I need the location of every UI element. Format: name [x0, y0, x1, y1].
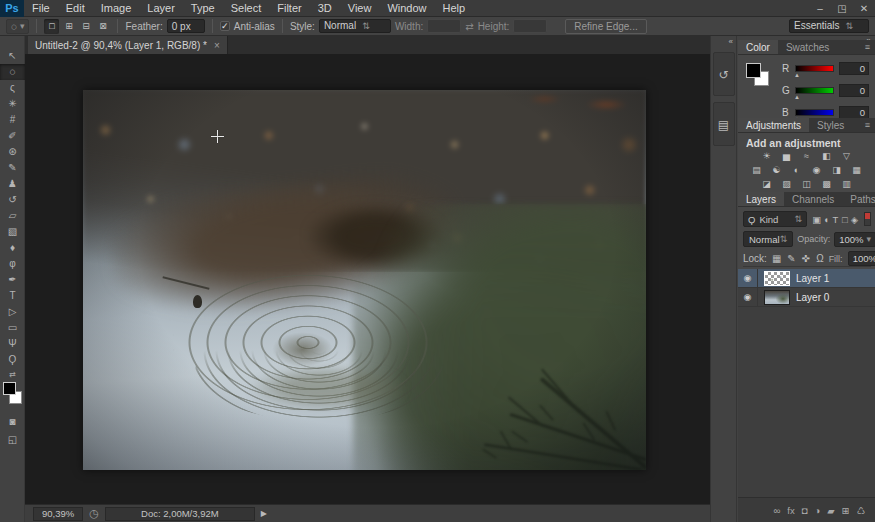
hue-saturation-icon[interactable]: ▤ [748, 164, 765, 177]
crop-tool-icon[interactable]: # [0, 112, 25, 128]
history-panel-button[interactable]: ↺ [713, 52, 735, 96]
filter-shape-layers-icon[interactable]: □ [840, 214, 849, 225]
style-select[interactable]: Normal ⇅ [319, 19, 391, 33]
vibrance-icon[interactable]: ▽ [838, 150, 855, 163]
tab-styles[interactable]: Styles [809, 118, 852, 132]
subtract-from-selection-button[interactable]: ⊟ [78, 19, 93, 34]
slider-marker-icon[interactable]: ▲ [794, 94, 800, 100]
menu-item[interactable]: Image [93, 0, 140, 17]
filter-adjustment-layers-icon[interactable]: ◖ [821, 214, 830, 225]
delete-layer-button[interactable]: ♺ [856, 505, 865, 516]
exposure-icon[interactable]: ◧ [818, 150, 835, 163]
expand-panels-icon[interactable]: « [729, 37, 733, 46]
path-selection-tool-icon[interactable]: ▷ [0, 304, 25, 320]
layer-name[interactable]: Layer 1 [796, 273, 829, 284]
pen-tool-icon[interactable]: ✒ [0, 272, 25, 288]
menu-item[interactable]: 3D [310, 0, 340, 17]
tab-swatches[interactable]: Swatches [778, 40, 837, 54]
brush-tool-icon[interactable]: ✎ [0, 160, 25, 176]
canvas-area[interactable] [25, 54, 710, 504]
menu-item[interactable]: File [24, 0, 58, 17]
blue-slider[interactable]: ▲ [795, 109, 834, 116]
clone-stamp-tool-icon[interactable]: ♟ [0, 176, 25, 192]
filter-on-off-toggle[interactable] [864, 212, 871, 226]
posterize-icon[interactable]: ▨ [778, 178, 795, 191]
restore-button[interactable]: ◳ [831, 0, 853, 17]
slider-marker-icon[interactable]: ▲ [794, 72, 800, 78]
gradient-map-icon[interactable]: ▩ [818, 178, 835, 191]
threshold-icon[interactable]: ◫ [798, 178, 815, 191]
layer-row-layer-1[interactable]: ◉ Layer 1 [738, 269, 875, 288]
lock-transparency-icon[interactable]: ▦ [772, 253, 781, 264]
lock-all-icon[interactable]: Ω [816, 253, 823, 264]
anti-alias-checkbox[interactable]: ✓ [220, 21, 230, 31]
levels-icon[interactable]: ▅ [778, 150, 795, 163]
lock-pixels-icon[interactable]: ✎ [787, 253, 795, 264]
foreground-color-swatch[interactable] [746, 63, 761, 78]
layer-thumbnail[interactable] [764, 290, 790, 305]
eraser-tool-icon[interactable]: ▱ [0, 208, 25, 224]
swap-colors-icon[interactable]: ⇄ [0, 370, 25, 379]
intersect-selection-button[interactable]: ⊠ [95, 19, 110, 34]
menu-item[interactable]: View [340, 0, 380, 17]
black-white-icon[interactable]: ◐ [788, 164, 805, 177]
selective-color-icon[interactable]: ▥ [838, 178, 855, 191]
tab-adjustments[interactable]: Adjustments [738, 118, 809, 132]
healing-brush-tool-icon[interactable]: ⊛ [0, 144, 25, 160]
link-layers-button[interactable]: ∞ [774, 505, 781, 516]
menu-item[interactable]: Filter [269, 0, 309, 17]
lasso-tool-icon[interactable]: ς [0, 80, 25, 96]
tab-channels[interactable]: Channels [784, 192, 842, 206]
curves-icon[interactable]: ≈ [798, 150, 815, 163]
quick-selection-tool-icon[interactable]: ✳ [0, 96, 25, 112]
workspace-switcher[interactable]: Essentials ⇅ [789, 19, 869, 33]
add-to-selection-button[interactable]: ⊞ [61, 19, 76, 34]
layer-row-layer-0[interactable]: ◉ Layer 0 [738, 288, 875, 307]
blue-value-field[interactable]: 0 [839, 106, 869, 119]
new-layer-button[interactable]: ⊞ [842, 505, 850, 516]
history-brush-tool-icon[interactable]: ↺ [0, 192, 25, 208]
quick-mask-button[interactable]: ◙ [0, 416, 25, 427]
layer-name[interactable]: Layer 0 [796, 292, 829, 303]
filter-smart-objects-icon[interactable]: ◈ [850, 214, 859, 225]
invert-icon[interactable]: ◪ [758, 178, 775, 191]
fill-field[interactable]: 100% ▾ [848, 251, 875, 266]
panel-menu-icon[interactable]: ≡ [860, 118, 875, 132]
foreground-color-swatch[interactable] [3, 382, 16, 395]
red-slider[interactable]: ▲ [795, 65, 834, 72]
hand-tool-icon[interactable]: Ψ [0, 336, 25, 352]
swap-dimensions-icon[interactable]: ⇄ [465, 21, 473, 32]
color-balance-icon[interactable]: ☯ [768, 164, 785, 177]
eyedropper-tool-icon[interactable]: ✐ [0, 128, 25, 144]
gradient-tool-icon[interactable]: ▧ [0, 224, 25, 240]
filter-pixel-layers-icon[interactable]: ▣ [812, 214, 821, 225]
height-input[interactable] [513, 19, 547, 33]
green-slider[interactable]: ▲ [795, 87, 834, 94]
brightness-contrast-icon[interactable]: ☀ [758, 150, 775, 163]
status-flyout-arrow-icon[interactable]: ▶ [261, 509, 267, 518]
filter-type-layers-icon[interactable]: T [831, 214, 840, 225]
lock-position-icon[interactable]: ✜ [802, 253, 810, 264]
tab-close-icon[interactable]: × [214, 40, 220, 51]
menu-item[interactable]: Edit [58, 0, 93, 17]
layer-style-button[interactable]: fx [787, 505, 794, 516]
tab-paths[interactable]: Paths [842, 192, 875, 206]
new-adjustment-layer-button[interactable]: ◑ [814, 505, 820, 516]
menu-item[interactable]: Type [183, 0, 223, 17]
tool-preset-picker[interactable]: ◌ ▾ [6, 19, 29, 34]
menu-item[interactable]: Layer [139, 0, 183, 17]
refine-edge-button[interactable]: Refine Edge... [565, 19, 646, 34]
tab-color[interactable]: Color [738, 40, 778, 54]
elliptical-marquee-tool-icon[interactable]: ◌ [0, 64, 25, 80]
zoom-tool-icon[interactable]: Ϙ [0, 352, 25, 368]
visibility-eye-icon[interactable]: ◉ [738, 269, 758, 287]
channel-mixer-icon[interactable]: ◨ [828, 164, 845, 177]
type-tool-icon[interactable]: T [0, 288, 25, 304]
dodge-tool-icon[interactable]: φ [0, 256, 25, 272]
layer-thumbnail[interactable] [764, 271, 790, 286]
red-value-field[interactable]: 0 [839, 62, 869, 75]
add-layer-mask-button[interactable]: ◘ [802, 505, 808, 516]
blend-mode-select[interactable]: Normal ⇅ [743, 231, 793, 247]
menu-item[interactable]: Window [379, 0, 434, 17]
width-input[interactable] [427, 19, 461, 33]
